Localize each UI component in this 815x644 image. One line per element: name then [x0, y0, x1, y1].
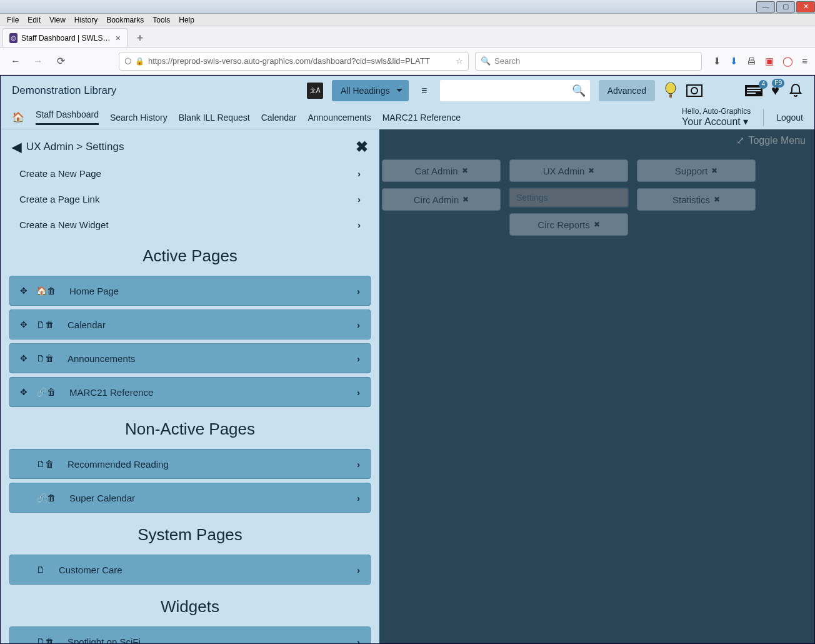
item-icons: 🔗🗑: [36, 387, 56, 397]
close-panel-icon[interactable]: ✖: [356, 138, 368, 156]
page-item-label: Customer Care: [59, 565, 122, 575]
site-header: Demonstration Library 文A All Headings ≡ …: [1, 76, 814, 106]
notifications-bell-icon[interactable]: [788, 83, 803, 98]
app-menu-icon[interactable]: ≡: [802, 56, 808, 66]
menu-edit[interactable]: Edit: [23, 16, 45, 24]
page-item-label: Recommended Reading: [68, 459, 169, 470]
chevron-right-icon: ›: [357, 459, 360, 470]
window-titlebar: — ▢ ✕: [0, 0, 815, 14]
breadcrumb: UX Admin > Settings: [26, 141, 124, 153]
drag-handle-icon[interactable]: ✥: [20, 353, 28, 363]
address-bar[interactable]: ⬡ 🔒 https://preprod-swls-verso.auto-grap…: [119, 52, 469, 71]
logout-link[interactable]: Logout: [776, 113, 803, 123]
browser-tab-strip: ◎ Staff Dashboard | SWLS | PLATT × +: [0, 26, 815, 48]
nav-staff-dashboard[interactable]: Staff Dashboard: [36, 109, 99, 125]
svg-rect-2: [687, 85, 702, 96]
scan-icon[interactable]: [686, 83, 702, 98]
chevron-right-icon: ›: [357, 636, 360, 644]
nav-announcements[interactable]: Announcements: [308, 113, 371, 123]
print-icon[interactable]: 🖶: [747, 56, 756, 66]
close-tab-icon[interactable]: ×: [116, 33, 121, 43]
page-item-label: Home Page: [69, 286, 119, 296]
item-icons: 🗋🗑: [36, 636, 54, 643]
forward-button[interactable]: →: [30, 53, 46, 69]
chevron-right-icon: ›: [358, 168, 361, 179]
link-label: Create a Page Link: [19, 194, 99, 204]
browser-search-field[interactable]: 🔍 Search: [475, 52, 702, 71]
browser-tab-title: Staff Dashboard | SWLS | PLATT: [21, 34, 112, 43]
drag-handle-icon[interactable]: ✥: [20, 319, 28, 330]
search-icon[interactable]: 🔍: [568, 84, 590, 98]
svg-point-3: [691, 88, 698, 94]
pocket-icon[interactable]: ⬇: [713, 56, 721, 67]
window-minimize-button[interactable]: —: [756, 1, 775, 13]
page-item-customercare[interactable]: ✥ 🗋 Customer Care ›: [9, 555, 371, 585]
menu-file[interactable]: File: [2, 16, 23, 24]
widget-item-spotlight[interactable]: ✥ 🗋🗑 Spotlight on SciFi ›: [9, 626, 371, 643]
chevron-right-icon: ›: [357, 286, 360, 296]
menu-history[interactable]: History: [70, 16, 102, 24]
nav-calendar[interactable]: Calendar: [261, 113, 297, 123]
library-card-icon[interactable]: 4: [745, 84, 762, 98]
window-maximize-button[interactable]: ▢: [776, 1, 795, 13]
page-item-label: Calendar: [68, 319, 106, 330]
account-dropdown[interactable]: Your Account ▾: [682, 116, 748, 127]
item-icons: 🗋🗑: [36, 459, 54, 469]
page-item-announcements[interactable]: ✥ 🗋🗑 Announcements ›: [9, 343, 371, 373]
downloads-icon[interactable]: ⬇: [730, 56, 738, 67]
site-nav: 🏠 Staff Dashboard Search History Blank I…: [1, 106, 814, 129]
menu-view[interactable]: View: [45, 16, 70, 24]
back-icon[interactable]: ◀: [12, 139, 21, 154]
menu-help[interactable]: Help: [174, 16, 199, 24]
create-new-widget-link[interactable]: Create a New Widget ›: [1, 212, 379, 238]
bookmark-star-icon[interactable]: ☆: [456, 56, 463, 66]
extension1-icon[interactable]: ▣: [765, 56, 774, 67]
browser-tab[interactable]: ◎ Staff Dashboard | SWLS | PLATT ×: [2, 28, 128, 47]
item-icons: 🗋🗑: [36, 319, 54, 330]
favorites-heart-icon[interactable]: ♥ F9: [771, 83, 779, 99]
database-icon[interactable]: ≡: [418, 85, 431, 96]
extension2-icon[interactable]: ◯: [782, 56, 793, 67]
link-label: Create a New Page: [19, 168, 101, 179]
window-close-button[interactable]: ✕: [796, 1, 815, 13]
nav-marc21[interactable]: MARC21 Reference: [382, 113, 461, 123]
page-item-supercalendar[interactable]: ✥ 🔗🗑 Super Calendar ›: [9, 483, 371, 513]
menu-bookmarks[interactable]: Bookmarks: [102, 16, 148, 24]
item-icons: 🗋: [36, 565, 45, 575]
menu-bar: File Edit View History Bookmarks Tools H…: [0, 14, 815, 26]
drag-handle-icon[interactable]: ✥: [20, 286, 28, 296]
advanced-search-button[interactable]: Advanced: [599, 80, 655, 101]
reload-button[interactable]: ⟳: [52, 53, 69, 69]
chevron-right-icon: ›: [357, 319, 360, 330]
new-tab-button[interactable]: +: [131, 29, 149, 47]
browser-toolbar: ← → ⟳ ⬡ 🔒 https://preprod-swls-verso.aut…: [0, 48, 815, 75]
section-active-pages: Active Pages: [1, 238, 379, 272]
greeting-text: Hello, Auto-Graphics: [682, 107, 751, 116]
settings-panel: ◀ UX Admin > Settings ✖ Create a New Pag…: [1, 129, 381, 643]
page-item-home[interactable]: ✥ 🏠🗑 Home Page ›: [9, 276, 371, 306]
chevron-right-icon: ›: [358, 194, 361, 204]
menu-tools[interactable]: Tools: [148, 16, 174, 24]
language-icon[interactable]: 文A: [307, 83, 323, 99]
headings-dropdown[interactable]: All Headings: [332, 80, 409, 101]
drag-handle-icon[interactable]: ✥: [20, 387, 28, 397]
chevron-right-icon: ›: [357, 493, 360, 503]
section-nonactive-pages: Non-Active Pages: [1, 411, 379, 445]
svg-rect-5: [747, 88, 761, 89]
svg-rect-6: [747, 90, 761, 91]
svg-point-0: [666, 83, 676, 94]
balloon-icon[interactable]: [664, 83, 678, 99]
page-item-recommended[interactable]: ✥ 🗋🗑 Recommended Reading ›: [9, 449, 371, 479]
page-item-marc21[interactable]: ✥ 🔗🗑 MARC21 Reference ›: [9, 377, 371, 407]
site-search-input[interactable]: 🔍: [440, 80, 590, 101]
nav-blank-ill[interactable]: Blank ILL Request: [179, 113, 250, 123]
page-item-label: Announcements: [68, 353, 135, 364]
item-icons: 🔗🗑: [36, 493, 56, 503]
back-button[interactable]: ←: [8, 53, 24, 69]
create-page-link-link[interactable]: Create a Page Link ›: [1, 186, 379, 212]
page-content: Demonstration Library 文A All Headings ≡ …: [0, 75, 815, 644]
home-icon[interactable]: 🏠: [12, 111, 24, 123]
create-new-page-link[interactable]: Create a New Page ›: [1, 161, 379, 186]
nav-search-history[interactable]: Search History: [110, 113, 168, 123]
page-item-calendar[interactable]: ✥ 🗋🗑 Calendar ›: [9, 309, 371, 340]
